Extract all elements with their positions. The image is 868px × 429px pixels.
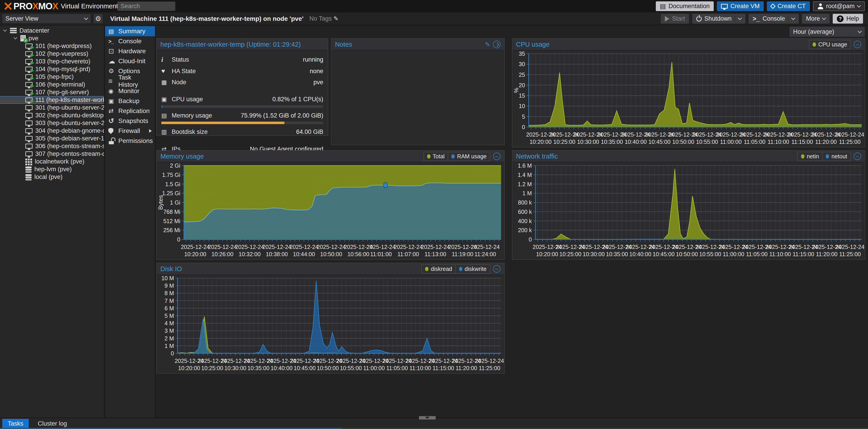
tree-item[interactable]: 106 (hep-terminal) — [0, 81, 104, 88]
tree-item[interactable]: 105 (hep-frpc) — [0, 73, 104, 81]
view-selector-dropdown[interactable]: Server View — [2, 13, 91, 24]
svg-text:3 M: 3 M — [164, 327, 174, 334]
tree-item[interactable]: 107 (hep-git-server) — [0, 88, 104, 96]
vm-menu-item[interactable]: Permissions — [105, 136, 155, 146]
tree-item[interactable]: 104 (hep-mysql-prd) — [0, 65, 104, 73]
svg-text:1.4 M: 1.4 M — [518, 172, 532, 178]
menu-item-icon — [108, 118, 118, 124]
edit-notes-icon[interactable]: ✎ — [485, 41, 490, 48]
tree-item-label: 305 (hep-debian-server-13.2) — [35, 135, 104, 142]
tree-item[interactable]: hep-lvm (pve) — [0, 165, 104, 173]
tree-item-icon — [25, 120, 33, 125]
menu-item-icon — [108, 108, 118, 114]
tree-item[interactable]: 111 (hep-k8s-master-worker-temp) — [0, 96, 104, 104]
start-button[interactable]: Start — [661, 14, 689, 24]
edit-tags-icon[interactable]: ✎ — [334, 15, 338, 22]
create-vm-button[interactable]: Create VM — [717, 1, 764, 11]
tree-item[interactable]: 301 (hep-ubuntu-server-2404) — [0, 104, 104, 111]
chevron-down-icon — [822, 16, 826, 20]
tree-item[interactable]: 307 (hep-centos-stream-desktop-10) — [0, 150, 104, 158]
svg-text:2025-12-24: 2025-12-24 — [367, 244, 396, 250]
shutdown-button[interactable]: Shutdown — [692, 14, 745, 24]
documentation-button[interactable]: ▤ Documentation — [656, 1, 714, 11]
svg-text:7 M: 7 M — [164, 297, 174, 304]
collapse-panel-icon[interactable]: – — [854, 152, 861, 160]
collapse-panel-icon[interactable]: – — [493, 152, 501, 160]
collapse-panel-icon[interactable]: – — [854, 40, 861, 48]
tree-item[interactable]: 101 (hep-wordpress) — [0, 42, 104, 50]
cpu-legend: CPU usage — [809, 40, 851, 49]
vm-menu-item[interactable]: Console — [105, 36, 155, 46]
tree-item[interactable]: 302 (hep-ubuntu-desktop-2404) — [0, 111, 104, 119]
svg-text:5: 5 — [522, 113, 525, 120]
vm-menu: Summary Console Hardware Cloud-Init Opti… — [105, 25, 155, 418]
terminal-icon: >_ — [753, 16, 760, 22]
menu-item-icon — [108, 97, 118, 105]
tree-item[interactable]: 305 (hep-debian-server-13.2) — [0, 135, 104, 142]
vm-menu-item[interactable]: Snapshots — [105, 116, 155, 126]
tree-item-label: 101 (hep-wordpress) — [35, 42, 92, 50]
svg-text:11:05:00: 11:05:00 — [744, 139, 765, 145]
search-input[interactable] — [117, 2, 175, 11]
tree-item-label: Datacenter — [20, 27, 49, 34]
caret-down-icon[interactable] — [3, 28, 7, 32]
tasks-tab[interactable]: Tasks — [2, 419, 29, 429]
memory-usage-bar — [161, 122, 323, 124]
chevron-down-icon — [791, 16, 795, 20]
svg-text:11:10:00: 11:10:00 — [409, 365, 431, 371]
svg-text:35: 35 — [519, 51, 525, 57]
svg-text:10:25:00: 10:25:00 — [553, 139, 575, 145]
legend-dot-icon — [813, 42, 816, 47]
caret-down-icon[interactable] — [13, 36, 18, 40]
svg-text:11:20:00: 11:20:00 — [815, 139, 837, 145]
svg-text:%: % — [513, 88, 520, 93]
svg-text:11:24:00: 11:24:00 — [474, 251, 496, 257]
tree-item-label: 103 (hep-chevereto) — [35, 58, 90, 65]
console-button[interactable]: >_ Console — [749, 14, 799, 24]
svg-text:11:15:00: 11:15:00 — [791, 139, 813, 145]
svg-text:1.75 Gi: 1.75 Gi — [162, 172, 180, 178]
tree-item[interactable]: 303 (hep-ubuntu-server-2204) — [0, 119, 104, 127]
vm-menu-item[interactable]: Summary — [105, 26, 155, 36]
vm-menu-item[interactable]: Task History — [105, 76, 155, 86]
vm-menu-item[interactable]: Hardware — [105, 46, 155, 56]
tree-item[interactable]: pve — [0, 34, 104, 42]
svg-text:10:32:00: 10:32:00 — [239, 251, 260, 257]
cluster-log-tab[interactable]: Cluster log — [35, 419, 69, 429]
info-icon — [161, 56, 172, 63]
legend-item: RAM usage — [448, 152, 490, 161]
svg-text:10:45:00: 10:45:00 — [653, 251, 675, 257]
tree-item[interactable]: 102 (hep-vuepress) — [0, 50, 104, 58]
bottom-panel-splitter[interactable] — [419, 416, 436, 420]
help-button[interactable]: ? Help — [833, 14, 863, 24]
tree-item[interactable]: 306 (hep-centos-stream-server-10) — [0, 142, 104, 150]
vm-menu-item[interactable]: Cloud-Init — [105, 56, 155, 66]
vm-menu-item[interactable]: Firewall — [105, 126, 155, 136]
tree-settings-button[interactable]: ⚙ — [93, 13, 103, 24]
time-range-dropdown[interactable]: Hour (average) — [789, 27, 865, 37]
collapse-panel-icon[interactable]: – — [493, 265, 501, 273]
chevron-down-icon — [84, 16, 88, 20]
node-row: Node pve — [157, 77, 328, 88]
svg-text:768 Mi: 768 Mi — [163, 209, 180, 215]
tree-item[interactable]: Datacenter — [0, 27, 104, 34]
svg-text:10:35:00: 10:35:00 — [606, 251, 628, 257]
tree-item[interactable]: local (pve) — [0, 173, 104, 181]
tree-item[interactable]: 304 (hep-debian-gnome-desktop-13.2) — [0, 127, 104, 135]
user-menu-button[interactable]: root@pam — [813, 1, 865, 11]
svg-text:10:30:00: 10:30:00 — [583, 251, 605, 257]
tree-item[interactable]: localnetwork (pve) — [0, 158, 104, 165]
svg-text:10:26:00: 10:26:00 — [212, 251, 234, 257]
expand-notes-icon[interactable] — [493, 40, 501, 48]
tree-item-icon — [20, 35, 26, 41]
tree-item[interactable]: 103 (hep-chevereto) — [0, 58, 104, 65]
vm-menu-item[interactable]: Replication — [105, 106, 155, 116]
svg-text:10: 10 — [519, 103, 525, 109]
menu-item-label: Console — [118, 37, 142, 45]
create-ct-button[interactable]: Create CT — [767, 1, 810, 11]
svg-text:10:40:00: 10:40:00 — [625, 139, 647, 145]
vm-menu-item[interactable]: Backup — [105, 96, 155, 106]
more-button[interactable]: More — [802, 14, 830, 24]
svg-text:11:15:00: 11:15:00 — [433, 365, 454, 371]
svg-text:11:25:00: 11:25:00 — [839, 139, 861, 145]
